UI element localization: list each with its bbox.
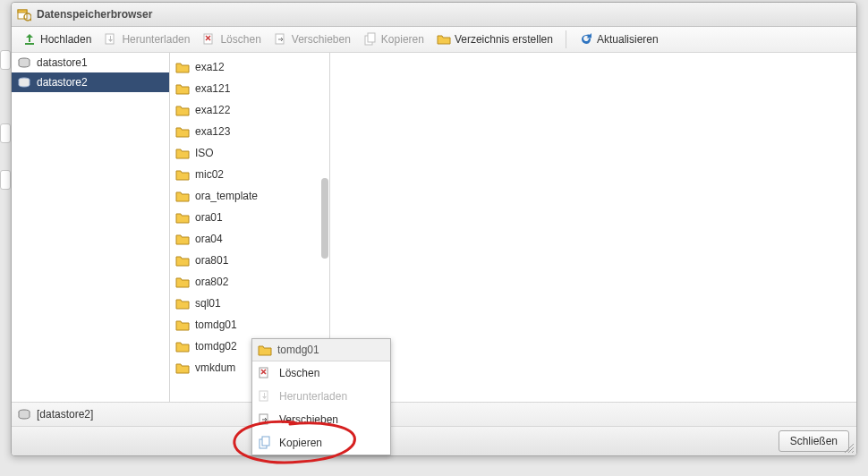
resize-handle-icon[interactable] [844, 443, 855, 454]
folder-row[interactable]: exa12 [170, 56, 329, 78]
folder-row[interactable]: exa122 [170, 99, 329, 121]
context-menu-header: tomdg01 [252, 339, 390, 361]
folder-label: exa121 [195, 82, 230, 95]
titlebar[interactable]: Datenspeicherbrowser [12, 3, 856, 27]
refresh-label: Aktualisieren [597, 33, 659, 46]
folder-row[interactable]: ora801 [170, 250, 329, 271]
folder-label: ora04 [195, 233, 223, 245]
folder-label: exa122 [195, 104, 230, 116]
status-path: [datastore2] [37, 408, 93, 421]
svg-rect-14 [260, 391, 268, 401]
svg-rect-1 [18, 10, 27, 13]
folder-icon [175, 168, 190, 181]
folder-row[interactable]: exa121 [170, 78, 329, 99]
close-label: Schließen [790, 435, 838, 447]
folder-icon [175, 233, 190, 245]
download-label: Herunterladen [122, 33, 190, 46]
folder-label: sql01 [195, 297, 221, 310]
refresh-icon [579, 32, 593, 47]
close-button[interactable]: Schließen [779, 430, 849, 452]
delete-icon [258, 366, 272, 380]
folder-label: ora802 [195, 276, 228, 288]
folder-row[interactable]: ora04 [170, 228, 329, 250]
delete-label: Löschen [220, 33, 260, 46]
folder-icon [175, 82, 190, 95]
ctx-copy[interactable]: Kopieren [252, 431, 390, 455]
folder-icon [175, 340, 190, 353]
folder-row[interactable]: exa123 [170, 121, 329, 142]
folder-row[interactable]: sql01 [170, 293, 329, 314]
ctx-delete-label: Löschen [279, 367, 319, 379]
ctx-download-label: Herunterladen [279, 390, 347, 403]
datastore-browser-window: Datenspeicherbrowser Hochladen Herunterl… [11, 2, 857, 456]
folder-icon [175, 297, 190, 310]
copy-icon [258, 436, 272, 450]
move-button[interactable]: Verschieben [268, 30, 356, 49]
toolbar: Hochladen Herunterladen Löschen Verschie… [12, 27, 856, 53]
folder-row[interactable]: ISO [170, 142, 329, 164]
folder-label: mic02 [195, 168, 224, 181]
folder-icon [175, 190, 190, 202]
folder-label: ora801 [195, 254, 228, 267]
datastore-item[interactable]: datastore2 [12, 72, 169, 92]
datastore-nav: datastore1 datastore2 [12, 53, 170, 402]
folder-icon [175, 147, 190, 159]
svg-rect-5 [106, 34, 114, 44]
folder-label: ora_template [195, 190, 258, 202]
delete-button[interactable]: Löschen [197, 30, 266, 49]
datastore-icon [17, 57, 31, 68]
ctx-delete[interactable]: Löschen [252, 361, 390, 385]
folder-row[interactable]: ora_template [170, 185, 329, 207]
folder-icon [175, 319, 190, 331]
toolbar-separator [566, 30, 566, 48]
copy-button[interactable]: Kopieren [358, 30, 430, 49]
download-button[interactable]: Herunterladen [98, 30, 195, 49]
context-target-label: tomdg01 [277, 344, 319, 356]
move-icon [274, 32, 288, 47]
scrollbar-thumb[interactable] [321, 178, 328, 259]
datastore-label: datastore1 [37, 56, 88, 69]
datastore-icon [17, 409, 31, 420]
upload-icon [22, 32, 37, 47]
ctx-copy-label: Kopieren [279, 437, 322, 449]
copy-icon [363, 32, 378, 47]
download-icon [258, 389, 272, 404]
datastore-icon [17, 77, 31, 88]
svg-line-3 [30, 20, 32, 21]
download-icon [104, 32, 118, 47]
svg-rect-9 [368, 33, 375, 42]
move-label: Verschieben [292, 33, 351, 46]
folder-icon [175, 125, 190, 138]
mkdir-button[interactable]: Verzeichnis erstellen [431, 30, 558, 49]
mkdir-label: Verzeichnis erstellen [455, 33, 553, 46]
status-bar: [datastore2] [12, 402, 856, 427]
delete-icon [202, 32, 217, 47]
folder-label: tomdg01 [195, 319, 237, 331]
folder-label: ISO [195, 147, 214, 159]
folder-label: ora01 [195, 211, 223, 224]
ctx-move[interactable]: Verschieben [252, 408, 390, 431]
folder-row[interactable]: mic02 [170, 164, 329, 185]
svg-rect-17 [262, 437, 269, 446]
datastore-label: datastore2 [37, 76, 88, 89]
folder-row[interactable]: ora01 [170, 207, 329, 228]
footer: Schließen [12, 427, 856, 455]
folder-row[interactable]: tomdg01 [170, 314, 329, 336]
folder-icon [175, 104, 190, 116]
upload-button[interactable]: Hochladen [17, 30, 97, 49]
new-folder-icon [437, 32, 451, 47]
folder-row[interactable]: ora802 [170, 271, 329, 293]
folder-icon [175, 61, 190, 73]
context-menu: tomdg01 Löschen Herunterladen Verschiebe… [251, 338, 391, 455]
folder-icon [175, 254, 190, 267]
folder-label: exa123 [195, 125, 230, 138]
upload-label: Hochladen [40, 33, 91, 46]
copy-label: Kopieren [381, 33, 424, 46]
move-icon [258, 412, 272, 427]
svg-rect-4 [25, 43, 34, 45]
ctx-move-label: Verschieben [279, 413, 338, 426]
datastore-item[interactable]: datastore1 [12, 53, 169, 72]
refresh-button[interactable]: Aktualisieren [574, 30, 664, 49]
body: datastore1 datastore2 exa12exa121exa122e… [12, 53, 856, 402]
folder-icon [175, 276, 190, 288]
